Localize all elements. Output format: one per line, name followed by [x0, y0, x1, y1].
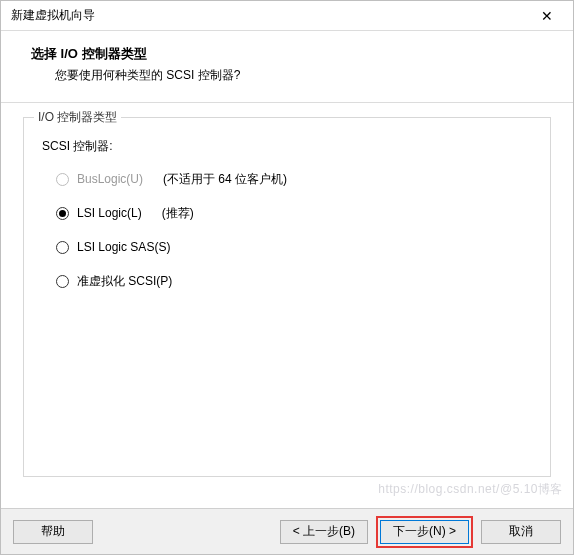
io-controller-fieldset: I/O 控制器类型 SCSI 控制器: BusLogic(U) (不适用于 64…: [23, 117, 551, 477]
next-button-highlight: 下一步(N) >: [376, 516, 473, 548]
radio-row-paravirt[interactable]: 准虚拟化 SCSI(P): [56, 271, 532, 291]
cancel-button[interactable]: 取消: [481, 520, 561, 544]
radio-paravirt[interactable]: [56, 275, 69, 288]
radio-buslogic: [56, 173, 69, 186]
wizard-window: 新建虚拟机向导 ✕ 选择 I/O 控制器类型 您要使用何种类型的 SCSI 控制…: [0, 0, 574, 555]
radio-row-lsi[interactable]: LSI Logic(L) (推荐): [56, 203, 532, 223]
radio-row-lsisas[interactable]: LSI Logic SAS(S): [56, 237, 532, 257]
scsi-controller-label: SCSI 控制器:: [42, 138, 532, 155]
header-subtitle: 您要使用何种类型的 SCSI 控制器?: [55, 67, 553, 84]
radio-label-buslogic: BusLogic(U): [77, 172, 143, 186]
radio-row-buslogic: BusLogic(U) (不适用于 64 位客户机): [56, 169, 532, 189]
radio-label-lsi: LSI Logic(L): [77, 206, 142, 220]
radio-label-lsisas: LSI Logic SAS(S): [77, 240, 170, 254]
wizard-footer: 帮助 < 上一步(B) 下一步(N) > 取消: [1, 508, 573, 554]
window-title: 新建虚拟机向导: [11, 7, 527, 24]
back-button[interactable]: < 上一步(B): [280, 520, 368, 544]
wizard-header: 选择 I/O 控制器类型 您要使用何种类型的 SCSI 控制器?: [1, 31, 573, 103]
radio-lsisas[interactable]: [56, 241, 69, 254]
titlebar: 新建虚拟机向导 ✕: [1, 1, 573, 31]
close-button[interactable]: ✕: [527, 2, 567, 30]
help-button[interactable]: 帮助: [13, 520, 93, 544]
hint-lsi: (推荐): [162, 205, 194, 222]
header-title: 选择 I/O 控制器类型: [31, 45, 553, 63]
next-button[interactable]: 下一步(N) >: [380, 520, 469, 544]
radio-label-paravirt: 准虚拟化 SCSI(P): [77, 273, 172, 290]
radio-lsi[interactable]: [56, 207, 69, 220]
fieldset-legend: I/O 控制器类型: [34, 109, 121, 126]
wizard-body: I/O 控制器类型 SCSI 控制器: BusLogic(U) (不适用于 64…: [1, 103, 573, 508]
hint-buslogic: (不适用于 64 位客户机): [163, 171, 287, 188]
close-icon: ✕: [541, 8, 553, 24]
